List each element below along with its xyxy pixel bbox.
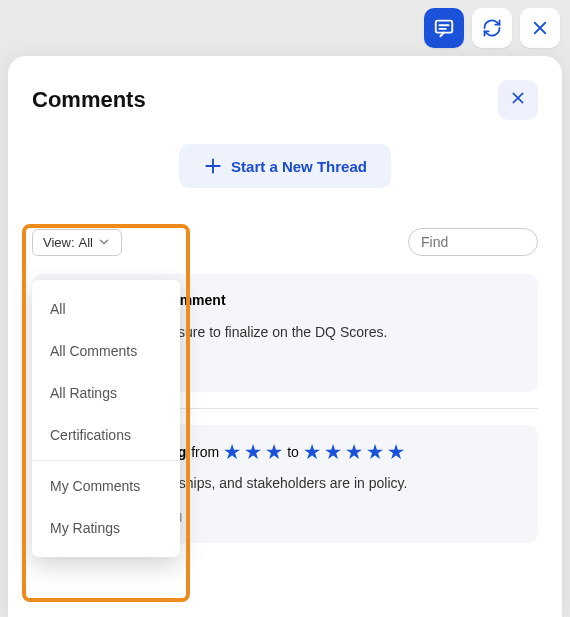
star-icon: ★	[325, 443, 341, 461]
refresh-button[interactable]	[472, 8, 512, 48]
comment-icon	[433, 17, 455, 39]
dropdown-item-all-comments[interactable]: All Comments	[32, 330, 180, 372]
rating-from-label: from	[191, 444, 219, 460]
refresh-icon	[482, 18, 502, 38]
star-icon: ★	[224, 443, 240, 461]
top-toolbar	[0, 0, 570, 56]
star-icon: ★	[245, 443, 261, 461]
dropdown-divider	[32, 460, 180, 461]
start-new-thread-button[interactable]: Start a New Thread	[179, 144, 391, 188]
comments-toggle-button[interactable]	[424, 8, 464, 48]
close-panel-button[interactable]	[520, 8, 560, 48]
close-icon	[510, 90, 526, 110]
filter-row: View: All	[32, 228, 538, 256]
rating-to-label: to	[287, 444, 299, 460]
star-icon: ★	[388, 443, 404, 461]
panel-title: Comments	[32, 87, 146, 113]
view-filter-label: View:	[43, 235, 75, 250]
view-filter-dropdown-trigger[interactable]: View: All	[32, 229, 122, 256]
star-icon: ★	[346, 443, 362, 461]
panel-header: Comments	[32, 80, 538, 120]
star-icon: ★	[304, 443, 320, 461]
new-thread-row: Start a New Thread	[32, 144, 538, 188]
panel-close-button[interactable]	[498, 80, 538, 120]
star-icon: ★	[367, 443, 383, 461]
dropdown-item-my-ratings[interactable]: My Ratings	[32, 507, 180, 549]
svg-rect-0	[436, 21, 453, 33]
close-icon	[531, 19, 549, 37]
plus-icon	[203, 156, 223, 176]
dropdown-item-certifications[interactable]: Certifications	[32, 414, 180, 456]
start-new-thread-label: Start a New Thread	[231, 158, 367, 175]
view-filter-dropdown: All All Comments All Ratings Certificati…	[32, 280, 180, 557]
chevron-down-icon	[97, 235, 111, 249]
find-input[interactable]	[408, 228, 538, 256]
dropdown-item-my-comments[interactable]: My Comments	[32, 465, 180, 507]
dropdown-item-all-ratings[interactable]: All Ratings	[32, 372, 180, 414]
view-filter-value: All	[79, 235, 93, 250]
dropdown-item-all[interactable]: All	[32, 288, 180, 330]
star-icon: ★	[266, 443, 282, 461]
